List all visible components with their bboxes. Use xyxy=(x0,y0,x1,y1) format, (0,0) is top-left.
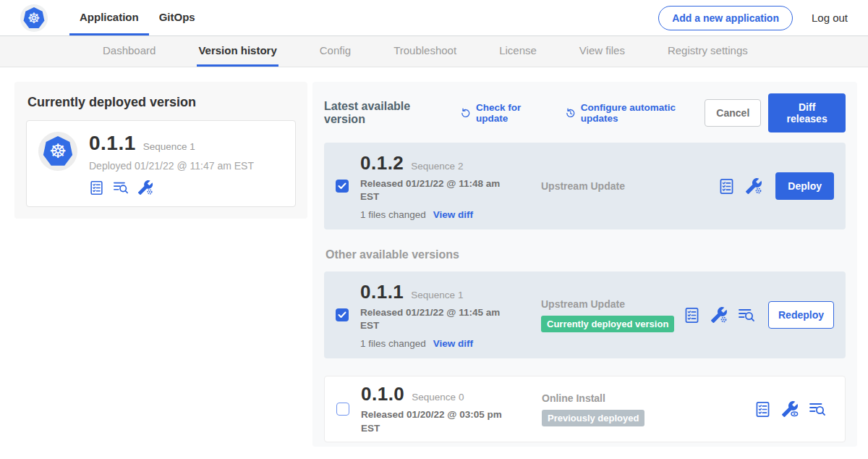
view-diff-link[interactable]: View diff xyxy=(433,209,473,220)
sequence-label: Sequence 2 xyxy=(411,161,463,172)
subnav-version-history[interactable]: Version history xyxy=(197,36,278,67)
version-source-label: Upstream Update xyxy=(541,180,718,192)
currently-deployed-title: Currently deployed version xyxy=(27,95,296,110)
application-logo: ☸ xyxy=(38,132,77,171)
latest-available-title: Latest available version xyxy=(324,100,444,126)
kubernetes-icon: ☸ xyxy=(43,136,73,167)
check-icon xyxy=(338,311,346,319)
version-number: 0.1.2 xyxy=(360,152,404,174)
other-available-versions-title: Other available versions xyxy=(326,248,846,261)
files-changed-label: 1 files changed xyxy=(360,209,426,220)
edit-config-icon[interactable] xyxy=(137,180,153,195)
tab-application[interactable]: Application xyxy=(69,0,149,35)
version-number: 0.1.1 xyxy=(360,281,404,303)
preflight-checks-icon[interactable] xyxy=(684,307,700,324)
preflight-checks-icon[interactable] xyxy=(718,178,735,195)
deployed-sequence-label: Sequence 1 xyxy=(143,141,195,152)
deploy-logs-icon[interactable] xyxy=(738,306,755,324)
version-row-0-1-0: 0.1.0 Sequence 0 Released 01/20/22 @ 03:… xyxy=(324,376,846,442)
configure-automatic-updates-link[interactable]: Configure automatic updates xyxy=(565,102,705,124)
version-select-checkbox[interactable] xyxy=(336,180,349,193)
deployed-version-number: 0.1.1 xyxy=(89,132,136,155)
currently-deployed-card: Currently deployed version ☸ 0.1.1 Seque… xyxy=(14,82,307,219)
subnav-troubleshoot[interactable]: Troubleshoot xyxy=(392,36,458,67)
files-changed-label: 1 files changed xyxy=(360,338,426,349)
deployed-timestamp: Deployed 01/21/22 @ 11:47 am EST xyxy=(89,160,254,172)
kubernetes-icon: ☸ xyxy=(23,7,45,29)
check-icon xyxy=(338,182,346,190)
subnav-license[interactable]: License xyxy=(498,36,538,67)
diff-releases-button[interactable]: Diff releases xyxy=(768,93,846,132)
top-nav-right: Add a new application Log out xyxy=(658,0,868,35)
cancel-button[interactable]: Cancel xyxy=(705,99,761,127)
currently-deployed-badge: Currently deployed version xyxy=(541,316,674,332)
subnav-registry-settings[interactable]: Registry settings xyxy=(666,36,749,67)
app-sub-nav: Dashboard Version history Config Trouble… xyxy=(0,36,868,67)
subnav-dashboard[interactable]: Dashboard xyxy=(101,36,157,67)
edit-config-icon[interactable] xyxy=(745,177,762,195)
tab-gitops[interactable]: GitOps xyxy=(149,0,205,35)
released-timestamp: Released 01/21/22 @ 11:45 am EST xyxy=(360,306,503,332)
app-logo: ☸ xyxy=(20,4,48,32)
version-number: 0.1.0 xyxy=(361,383,404,405)
top-tabs: Application GitOps xyxy=(69,0,205,35)
top-nav: ☸ Application GitOps Add a new applicati… xyxy=(0,0,868,36)
deploy-button[interactable]: Deploy xyxy=(775,172,834,200)
clock-refresh-icon xyxy=(565,107,576,119)
edit-config-icon[interactable] xyxy=(710,306,728,324)
view-diff-link[interactable]: View diff xyxy=(433,338,473,349)
version-row-0-1-2: 0.1.2 Sequence 2 Released 01/21/22 @ 11:… xyxy=(324,143,846,230)
released-timestamp: Released 01/21/22 @ 11:48 am EST xyxy=(360,177,503,203)
check-for-update-link[interactable]: Check for update xyxy=(460,102,549,124)
logout-button[interactable]: Log out xyxy=(812,12,848,24)
preflight-checks-icon[interactable] xyxy=(754,401,771,418)
version-source-label: Online Install xyxy=(542,392,754,404)
refresh-icon xyxy=(460,107,472,119)
previously-deployed-badge: Previously deployed xyxy=(542,410,644,426)
version-history-panel: Latest available version Check for updat… xyxy=(312,82,857,447)
preflight-checks-icon[interactable] xyxy=(89,180,104,195)
version-source-label: Upstream Update xyxy=(541,298,684,310)
subnav-config[interactable]: Config xyxy=(318,36,352,67)
deploy-logs-icon[interactable] xyxy=(809,400,826,418)
sequence-label: Sequence 0 xyxy=(412,392,464,403)
subnav-view-files[interactable]: View files xyxy=(578,36,626,67)
version-row-0-1-1: 0.1.1 Sequence 1 Released 01/21/22 @ 11:… xyxy=(324,271,846,358)
version-select-checkbox[interactable] xyxy=(336,308,349,321)
deploy-logs-icon[interactable] xyxy=(113,180,129,195)
sequence-label: Sequence 1 xyxy=(411,290,463,300)
deployed-version-card: ☸ 0.1.1 Sequence 1 Deployed 01/21/22 @ 1… xyxy=(26,120,296,207)
add-application-button[interactable]: Add a new application xyxy=(658,6,793,30)
panel-header: Latest available version Check for updat… xyxy=(324,93,846,132)
version-select-checkbox[interactable] xyxy=(336,403,349,416)
released-timestamp: Released 01/20/22 @ 03:05 pm EST xyxy=(361,408,504,434)
main-content: Currently deployed version ☸ 0.1.1 Seque… xyxy=(0,67,868,459)
redeploy-button[interactable]: Redeploy xyxy=(768,301,834,329)
view-config-icon[interactable] xyxy=(781,400,799,418)
